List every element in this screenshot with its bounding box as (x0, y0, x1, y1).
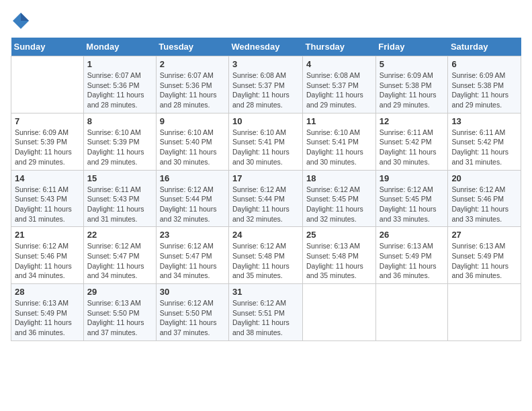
day-number: 1 (87, 59, 152, 69)
day-number: 7 (15, 116, 80, 126)
calendar-cell: 7Sunrise: 6:09 AMSunset: 5:39 PMDaylight… (11, 113, 84, 170)
day-info: Sunrise: 6:12 AMSunset: 5:45 PMDaylight:… (306, 185, 372, 224)
header-monday: Monday (83, 38, 156, 56)
calendar-cell: 29Sunrise: 6:13 AMSunset: 5:50 PMDayligh… (83, 284, 156, 341)
day-info: Sunrise: 6:12 AMSunset: 5:45 PMDaylight:… (380, 185, 445, 224)
day-number: 24 (232, 230, 299, 240)
calendar-cell: 2Sunrise: 6:07 AMSunset: 5:36 PMDaylight… (156, 56, 228, 113)
day-number: 3 (232, 59, 299, 69)
calendar-cell: 5Sunrise: 6:09 AMSunset: 5:38 PMDaylight… (375, 56, 448, 113)
calendar-cell: 31Sunrise: 6:12 AMSunset: 5:51 PMDayligh… (229, 284, 303, 341)
day-info: Sunrise: 6:09 AMSunset: 5:38 PMDaylight:… (380, 71, 445, 110)
day-number: 19 (380, 173, 445, 183)
calendar-cell: 18Sunrise: 6:12 AMSunset: 5:45 PMDayligh… (303, 170, 376, 227)
header-thursday: Thursday (303, 38, 376, 56)
day-number: 20 (451, 173, 517, 183)
day-info: Sunrise: 6:12 AMSunset: 5:46 PMDaylight:… (451, 185, 517, 224)
day-info: Sunrise: 6:09 AMSunset: 5:38 PMDaylight:… (451, 71, 517, 110)
day-number: 17 (232, 173, 299, 183)
calendar-cell: 25Sunrise: 6:13 AMSunset: 5:48 PMDayligh… (303, 227, 376, 284)
calendar-cell: 15Sunrise: 6:11 AMSunset: 5:43 PMDayligh… (83, 170, 156, 227)
calendar-week-row: 21Sunrise: 6:12 AMSunset: 5:46 PMDayligh… (11, 227, 521, 284)
day-number: 22 (87, 230, 152, 240)
day-info: Sunrise: 6:11 AMSunset: 5:42 PMDaylight:… (380, 128, 445, 167)
calendar-cell: 17Sunrise: 6:12 AMSunset: 5:44 PMDayligh… (229, 170, 303, 227)
calendar-cell: 12Sunrise: 6:11 AMSunset: 5:42 PMDayligh… (375, 113, 448, 170)
calendar-cell: 10Sunrise: 6:10 AMSunset: 5:41 PMDayligh… (229, 113, 303, 170)
calendar-cell: 16Sunrise: 6:12 AMSunset: 5:44 PMDayligh… (156, 170, 228, 227)
day-info: Sunrise: 6:13 AMSunset: 5:49 PMDaylight:… (15, 298, 80, 338)
day-number: 31 (232, 287, 299, 297)
day-info: Sunrise: 6:12 AMSunset: 5:47 PMDaylight:… (160, 241, 225, 281)
calendar-cell: 1Sunrise: 6:07 AMSunset: 5:36 PMDaylight… (83, 56, 156, 113)
day-number: 23 (160, 230, 225, 240)
header-friday: Friday (375, 38, 448, 56)
logo-icon (11, 11, 31, 31)
day-info: Sunrise: 6:12 AMSunset: 5:51 PMDaylight:… (232, 298, 299, 338)
calendar-cell: 4Sunrise: 6:08 AMSunset: 5:37 PMDaylight… (303, 56, 376, 113)
calendar-week-row: 1Sunrise: 6:07 AMSunset: 5:36 PMDaylight… (11, 56, 521, 113)
day-info: Sunrise: 6:08 AMSunset: 5:37 PMDaylight:… (306, 71, 372, 110)
day-info: Sunrise: 6:10 AMSunset: 5:41 PMDaylight:… (306, 128, 372, 167)
day-number: 25 (306, 230, 372, 240)
day-info: Sunrise: 6:11 AMSunset: 5:43 PMDaylight:… (87, 185, 152, 224)
day-number: 29 (87, 287, 152, 297)
calendar-cell: 28Sunrise: 6:13 AMSunset: 5:49 PMDayligh… (11, 284, 84, 341)
day-number: 11 (306, 116, 372, 126)
day-number: 6 (451, 59, 517, 69)
calendar-cell (375, 284, 448, 341)
calendar-cell: 14Sunrise: 6:11 AMSunset: 5:43 PMDayligh… (11, 170, 84, 227)
day-number: 12 (380, 116, 445, 126)
calendar-cell: 9Sunrise: 6:10 AMSunset: 5:40 PMDaylight… (156, 113, 228, 170)
calendar-cell: 6Sunrise: 6:09 AMSunset: 5:38 PMDaylight… (448, 56, 521, 113)
day-number: 4 (306, 59, 372, 69)
calendar-cell (303, 284, 376, 341)
calendar-cell: 24Sunrise: 6:12 AMSunset: 5:48 PMDayligh… (229, 227, 303, 284)
day-number: 27 (451, 230, 517, 240)
day-info: Sunrise: 6:12 AMSunset: 5:44 PMDaylight:… (232, 185, 299, 224)
day-number: 16 (160, 173, 225, 183)
calendar-cell: 8Sunrise: 6:10 AMSunset: 5:39 PMDaylight… (83, 113, 156, 170)
day-info: Sunrise: 6:13 AMSunset: 5:50 PMDaylight:… (87, 298, 152, 338)
day-info: Sunrise: 6:12 AMSunset: 5:46 PMDaylight:… (15, 241, 80, 281)
day-number: 10 (232, 116, 299, 126)
day-number: 2 (160, 59, 225, 69)
day-info: Sunrise: 6:10 AMSunset: 5:39 PMDaylight:… (87, 128, 152, 167)
day-info: Sunrise: 6:10 AMSunset: 5:41 PMDaylight:… (232, 128, 299, 167)
day-number: 21 (15, 230, 80, 240)
calendar-cell (11, 56, 84, 113)
svg-marker-1 (21, 13, 29, 21)
day-number: 26 (380, 230, 445, 240)
calendar-week-row: 28Sunrise: 6:13 AMSunset: 5:49 PMDayligh… (11, 284, 521, 341)
day-info: Sunrise: 6:08 AMSunset: 5:37 PMDaylight:… (232, 71, 299, 110)
logo (11, 11, 34, 31)
calendar-cell: 21Sunrise: 6:12 AMSunset: 5:46 PMDayligh… (11, 227, 84, 284)
calendar-cell: 22Sunrise: 6:12 AMSunset: 5:47 PMDayligh… (83, 227, 156, 284)
calendar-cell (448, 284, 521, 341)
calendar-cell: 30Sunrise: 6:12 AMSunset: 5:50 PMDayligh… (156, 284, 228, 341)
day-number: 14 (15, 173, 80, 183)
calendar-cell: 11Sunrise: 6:10 AMSunset: 5:41 PMDayligh… (303, 113, 376, 170)
day-number: 30 (160, 287, 225, 297)
calendar-cell: 19Sunrise: 6:12 AMSunset: 5:45 PMDayligh… (375, 170, 448, 227)
day-number: 8 (87, 116, 152, 126)
day-info: Sunrise: 6:12 AMSunset: 5:44 PMDaylight:… (160, 185, 225, 224)
day-info: Sunrise: 6:11 AMSunset: 5:43 PMDaylight:… (15, 185, 80, 224)
calendar-table: SundayMondayTuesdayWednesdayThursdayFrid… (11, 38, 521, 341)
header-wednesday: Wednesday (229, 38, 303, 56)
day-info: Sunrise: 6:12 AMSunset: 5:47 PMDaylight:… (87, 241, 152, 281)
day-info: Sunrise: 6:07 AMSunset: 5:36 PMDaylight:… (87, 71, 152, 110)
header-tuesday: Tuesday (156, 38, 228, 56)
day-number: 15 (87, 173, 152, 183)
calendar-week-row: 7Sunrise: 6:09 AMSunset: 5:39 PMDaylight… (11, 113, 521, 170)
day-info: Sunrise: 6:13 AMSunset: 5:49 PMDaylight:… (451, 241, 517, 281)
day-number: 28 (15, 287, 80, 297)
calendar-week-row: 14Sunrise: 6:11 AMSunset: 5:43 PMDayligh… (11, 170, 521, 227)
day-number: 5 (380, 59, 445, 69)
calendar-header-row: SundayMondayTuesdayWednesdayThursdayFrid… (11, 38, 521, 56)
calendar-cell: 26Sunrise: 6:13 AMSunset: 5:49 PMDayligh… (375, 227, 448, 284)
day-info: Sunrise: 6:07 AMSunset: 5:36 PMDaylight:… (160, 71, 225, 110)
day-number: 18 (306, 173, 372, 183)
day-number: 9 (160, 116, 225, 126)
calendar-cell: 27Sunrise: 6:13 AMSunset: 5:49 PMDayligh… (448, 227, 521, 284)
